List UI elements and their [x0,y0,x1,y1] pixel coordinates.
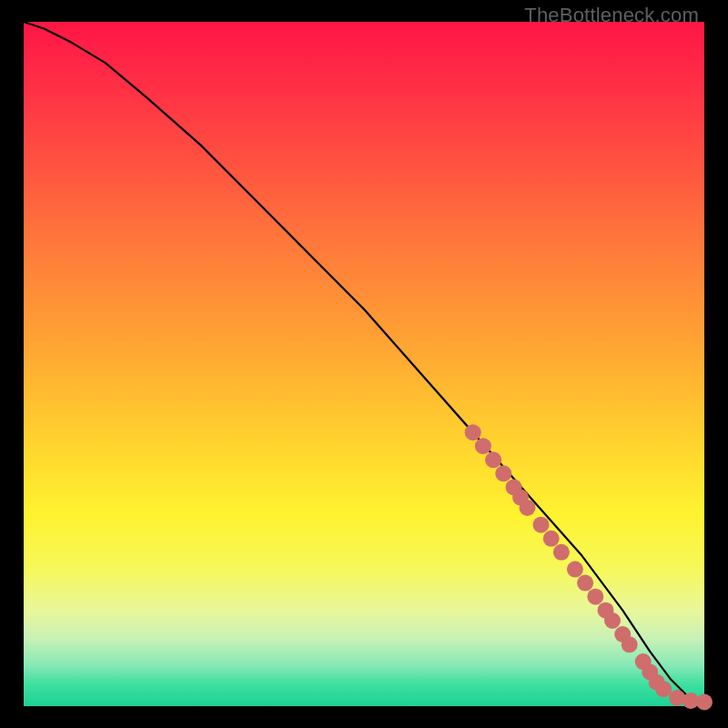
data-marker [587,589,603,605]
data-marker [520,500,536,516]
data-marker [543,531,560,547]
data-marker [495,465,511,481]
data-marker [655,681,672,697]
data-marker [604,612,621,629]
data-marker [465,424,481,440]
data-marker [567,561,583,578]
data-marker [533,517,550,533]
data-marker [669,690,685,706]
data-marker [485,451,501,468]
data-marker [475,438,491,454]
chart-area [24,22,704,706]
data-marker [622,636,638,652]
plot-svg [24,22,704,706]
marker-group [465,424,713,710]
data-marker [553,544,570,561]
data-marker [696,694,713,711]
data-marker [577,575,593,592]
